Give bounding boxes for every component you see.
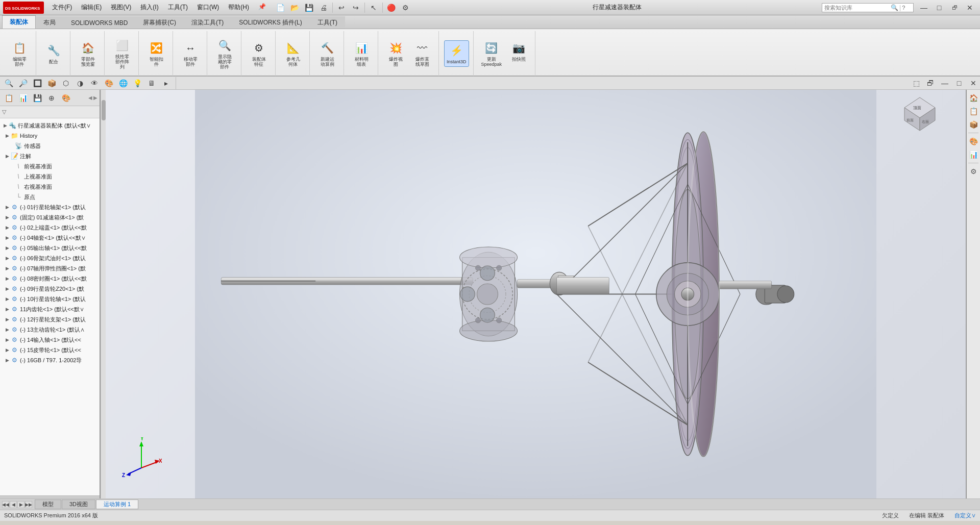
part03-expand[interactable]: ▶ (4, 225, 10, 230)
tree-part-10[interactable]: ▶ ⚙ (-) 10行星齿轮轴<1> (默认 (0, 294, 100, 304)
part04-expand[interactable]: ▶ (4, 235, 10, 240)
panel-close[interactable]: ✕ (967, 77, 980, 89)
panel-btn1[interactable]: ⬚ (910, 77, 923, 89)
tree-root-item[interactable]: ▶ 🔩 行星减速器装配体 (默认<默∨ (0, 120, 100, 131)
tree-part-05[interactable]: ▶ ⚙ (-) 05输出轴<1> (默认<<默 (0, 243, 100, 253)
tab-next-arrow[interactable]: ▶ (17, 501, 24, 508)
tab-plugins[interactable]: SOLIDWORKS 插件(L) (231, 16, 309, 29)
undo-btn[interactable]: ↩ (335, 2, 348, 14)
tree-part-11[interactable]: ▶ ⚙ 11内齿轮<1> (默认<<默∨ (0, 304, 100, 314)
view-light-btn[interactable]: 💡 (131, 77, 144, 89)
save-btn[interactable]: 💾 (303, 2, 316, 14)
btn-linear-array[interactable]: ⬜ 线性零部件阵列 (110, 35, 134, 72)
scrollbar-thumb[interactable] (102, 100, 106, 120)
rebuild-btn[interactable]: 🔴 (385, 2, 398, 14)
part09-expand[interactable]: ▶ (4, 286, 10, 291)
view-prev-btn[interactable]: 🔲 (31, 77, 44, 89)
history-expand[interactable]: ▶ (4, 133, 10, 138)
panel-next-arrow[interactable]: ▶ (93, 95, 97, 101)
menu-file[interactable]: 文件(F) (48, 2, 76, 13)
btn-explode-sketch[interactable]: 〰 爆炸直线草图 (410, 38, 434, 69)
panel-resize-handle[interactable] (0, 495, 100, 498)
tab-model[interactable]: 模型 (35, 499, 61, 509)
view-section-btn[interactable]: ⬡ (59, 77, 72, 89)
tab-render[interactable]: 渲染工具(T) (184, 16, 231, 29)
tab-prev-arrow[interactable]: ◀ (10, 501, 17, 508)
panel-prev-arrow[interactable]: ◀ (88, 95, 92, 101)
tree-origin[interactable]: └ 原点 (0, 192, 100, 202)
tree-part-13[interactable]: ▶ ⚙ (-) 13主动齿轮<1> (默认∧ (0, 324, 100, 335)
tree-part-02[interactable]: ▶ ⚙ (固定) 01减速箱体<1> (默 (0, 212, 100, 222)
part10-expand[interactable]: ▶ (4, 296, 10, 302)
select-btn[interactable]: ↖ (367, 2, 380, 14)
view-cube[interactable]: 顶面 前面 右面 (899, 95, 940, 136)
print-btn[interactable]: 🖨 (317, 2, 330, 14)
tree-part-01[interactable]: ▶ ⚙ (-) 01行星轮轴架<1> (默认 (0, 202, 100, 212)
tree-part-08[interactable]: ▶ ⚙ (-) 08密封圈<1> (默认<<默 (0, 273, 100, 284)
rp-home-btn[interactable]: 🏠 (967, 92, 979, 104)
btn-component-preview[interactable]: 🏠 零部件预览窗 (76, 38, 100, 69)
btn-speedpak[interactable]: 🔄 更新Speedpak (479, 38, 505, 69)
panel-tab-appear[interactable]: 🎨 (59, 91, 72, 105)
btn-edit-component[interactable]: 📋 编辑零部件 (7, 38, 32, 69)
view-scene-btn[interactable]: 🌐 (116, 77, 130, 89)
part08-expand[interactable]: ▶ (4, 276, 10, 281)
view-hide-btn[interactable]: 👁 (88, 77, 101, 89)
tab-first-arrow[interactable]: ◀◀ (2, 501, 9, 508)
redo-btn[interactable]: ↪ (349, 2, 362, 14)
tab-tools[interactable]: 工具(T) (310, 16, 345, 29)
view-expand-btn[interactable]: ▸ (159, 77, 173, 89)
view-camera-btn[interactable]: 🖥 (145, 77, 158, 89)
btn-explode-view[interactable]: 💥 爆炸视图 (383, 38, 408, 69)
tree-right-plane[interactable]: \ 右视基准面 (0, 182, 100, 192)
btn-mate[interactable]: 🔧 配合 (41, 40, 66, 67)
rp-panel5-btn[interactable]: ⚙ (967, 165, 979, 178)
rp-panel2-btn[interactable]: 📦 (967, 118, 979, 131)
tree-history[interactable]: ▶ 📁 History (0, 131, 100, 141)
tree-sensors[interactable]: 📡 传感器 (0, 141, 100, 151)
tab-3dview[interactable]: 3D视图 (62, 499, 95, 509)
search-icon[interactable]: 🔍 (891, 4, 898, 11)
part16-expand[interactable]: ▶ (4, 358, 10, 363)
3d-viewport[interactable]: Y X Z 顶面 前面 右面 (106, 90, 966, 498)
help-icon[interactable]: ? (902, 5, 905, 11)
minimize-button[interactable]: — (917, 2, 931, 13)
part12-expand[interactable]: ▶ (4, 317, 10, 322)
panel-tab-list[interactable]: 📊 (16, 91, 30, 105)
menu-help[interactable]: 帮助(H) (224, 2, 253, 13)
tree-part-15[interactable]: ▶ ⚙ (-) 15皮带轮<1> (默认<< (0, 345, 100, 355)
rp-panel4-btn[interactable]: 📊 (967, 148, 979, 161)
btn-screenshot[interactable]: 📷 拍快照 (506, 38, 531, 64)
part11-expand[interactable]: ▶ (4, 307, 10, 312)
btn-bom[interactable]: 📊 材料明细表 (349, 38, 374, 69)
menu-view[interactable]: 视图(V) (107, 2, 135, 13)
btn-smart-fastener[interactable]: 🔀 智能扣件 (144, 38, 168, 69)
close-button[interactable]: ✕ (963, 2, 977, 13)
part07-expand[interactable]: ▶ (4, 266, 10, 271)
tree-annotations[interactable]: ▶ 📝 注解 (0, 151, 100, 161)
menu-pin[interactable]: 📌 (254, 2, 270, 13)
tab-screen-capture[interactable]: 屏幕捕获(C) (135, 16, 184, 29)
menu-tools[interactable]: 工具(T) (164, 2, 192, 13)
open-btn[interactable]: 📂 (288, 2, 302, 14)
part15-expand[interactable]: ▶ (4, 347, 10, 353)
tab-last-arrow[interactable]: ▶▶ (25, 501, 32, 508)
tree-part-12[interactable]: ▶ ⚙ (-) 12行星轮支架<1> (默认 (0, 314, 100, 324)
annotations-expand[interactable]: ▶ (4, 154, 10, 159)
tree-part-14[interactable]: ▶ ⚙ (-) 14输入轴<1> (默认<< (0, 335, 100, 345)
panel-tab-model[interactable]: 📋 (2, 91, 15, 105)
panel-btn2[interactable]: 🗗 (924, 77, 937, 89)
root-expand-icon[interactable]: ▶ (2, 123, 8, 128)
part01-expand[interactable]: ▶ (4, 205, 10, 210)
search-box[interactable]: 🔍 | ? (822, 3, 914, 12)
view-display-btn[interactable]: ◑ (74, 77, 87, 89)
tree-part-04[interactable]: ▶ ⚙ (-) 04轴套<1> (默认<<默∨ (0, 233, 100, 243)
btn-motion-study[interactable]: 🔨 新建运动算例 (315, 38, 339, 69)
panel-restore[interactable]: □ (952, 77, 966, 89)
maximize-button[interactable]: □ (932, 2, 946, 13)
btn-ref-geometry[interactable]: 📐 参考几何体 (281, 38, 305, 69)
btn-instant3d[interactable]: ⚡ Instant3D (444, 40, 469, 67)
tree-part-03[interactable]: ▶ ⚙ (-) 02上端盖<1> (默认<<默 (0, 222, 100, 233)
menu-insert[interactable]: 插入(I) (136, 2, 162, 13)
menu-window[interactable]: 窗口(W) (193, 2, 223, 13)
